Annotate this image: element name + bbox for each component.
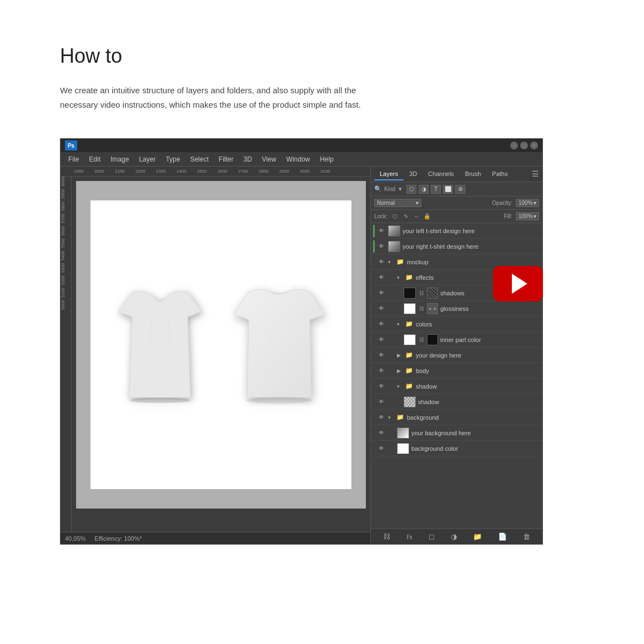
- panel-bottom-toolbar: ⛓ fx ◻ ◑ 📁 📄 🗑: [371, 529, 542, 544]
- eye-icon[interactable]: 👁: [377, 382, 386, 391]
- menu-filter[interactable]: Filter: [214, 154, 238, 164]
- page-description: We create an intuitive structure of laye…: [60, 83, 371, 112]
- ruler-tick: 2200: [135, 169, 156, 174]
- layer-name: your design here: [416, 352, 540, 359]
- folder-icon: 📁: [405, 273, 414, 282]
- layer-row[interactable]: 👁 ▾ 📁 background: [371, 410, 542, 425]
- layer-row[interactable]: 👁 ▾ 📁 colors: [371, 316, 542, 332]
- chevron-down-icon: ▾: [397, 321, 402, 327]
- layer-row[interactable]: 👁 ⛓ ▲▲ glossiness: [371, 301, 542, 316]
- ruler-vertical-text: 5000 5100 5200 5300 5400 5500 5600 5700 …: [61, 177, 66, 312]
- folder-icon: 📁: [405, 366, 414, 375]
- folder-icon: 📁: [405, 382, 414, 391]
- add-style-button[interactable]: fx: [404, 531, 415, 542]
- tab-paths[interactable]: Paths: [486, 168, 513, 180]
- layers-panel: Layers 3D Channels Brush Paths ☰ 🔍 Kind …: [370, 167, 542, 544]
- lock-artboard-icon[interactable]: ↔: [412, 212, 421, 221]
- eye-icon[interactable]: 👁: [377, 320, 386, 329]
- eye-icon[interactable]: 👁: [377, 413, 386, 422]
- eye-icon[interactable]: 👁: [377, 289, 386, 298]
- canvas: [76, 181, 366, 509]
- maximize-button[interactable]: □: [520, 142, 528, 149]
- menu-select[interactable]: Select: [185, 154, 213, 164]
- menu-type[interactable]: Type: [161, 154, 184, 164]
- blend-mode-row: Normal ▾ Opacity: 100% ▾: [371, 197, 542, 210]
- fill-dropdown[interactable]: 100% ▾: [516, 212, 539, 220]
- canvas-area[interactable]: [72, 177, 370, 532]
- tab-layers[interactable]: Layers: [374, 168, 404, 180]
- lock-position-icon[interactable]: ✎: [401, 212, 410, 221]
- tab-channels[interactable]: Channels: [422, 168, 459, 180]
- chevron-right-icon: ▶: [397, 353, 402, 358]
- eye-icon[interactable]: 👁: [377, 335, 386, 344]
- layer-row[interactable]: 👁 ▶ 📁 body: [371, 363, 542, 379]
- layer-mask-thumbnail: [427, 288, 438, 299]
- opacity-label: Opacity:: [492, 200, 512, 206]
- add-group-button[interactable]: 📁: [471, 531, 484, 542]
- layer-name: background color: [411, 445, 540, 452]
- ruler-numbers: 1900 2000 2100 2200 2300 2400 2500 2600 …: [72, 169, 341, 174]
- opacity-dropdown[interactable]: 100% ▾: [516, 199, 539, 207]
- eye-icon[interactable]: 👁: [377, 227, 386, 235]
- delete-layer-button[interactable]: 🗑: [521, 531, 532, 542]
- menu-image[interactable]: Image: [106, 154, 133, 164]
- eye-icon[interactable]: 👁: [377, 444, 386, 453]
- ruler-tick: 2400: [177, 169, 197, 174]
- layer-name: colors: [416, 321, 540, 328]
- tshirt-back: [229, 284, 329, 406]
- add-layer-button[interactable]: 📄: [496, 531, 509, 542]
- filter-smart-btn[interactable]: ⚙: [455, 185, 465, 194]
- canvas-white: [90, 200, 351, 489]
- eye-icon[interactable]: 👁: [377, 242, 386, 251]
- menu-file[interactable]: File: [64, 154, 83, 164]
- link-layers-button[interactable]: ⛓: [381, 531, 393, 542]
- minimize-button[interactable]: ─: [510, 142, 518, 149]
- layer-row[interactable]: 👁 your right t-shirt design here: [371, 239, 542, 254]
- eye-icon[interactable]: 👁: [377, 351, 386, 360]
- chain-icon: ⛓: [418, 290, 425, 296]
- lock-pixel-icon[interactable]: ⬡: [391, 212, 400, 221]
- filter-adjustment-btn[interactable]: ◑: [419, 185, 429, 194]
- chevron-down-icon: ▾: [397, 384, 402, 389]
- eye-icon[interactable]: 👁: [377, 429, 386, 437]
- filter-pixel-btn[interactable]: ⬡: [406, 185, 416, 194]
- tab-3d[interactable]: 3D: [404, 168, 422, 180]
- eye-icon[interactable]: 👁: [377, 273, 386, 282]
- ruler-tick: 2700: [238, 169, 259, 174]
- eye-icon[interactable]: 👁: [377, 304, 386, 313]
- eye-icon[interactable]: 👁: [377, 366, 386, 375]
- eye-icon[interactable]: 👁: [377, 398, 386, 406]
- filter-shape-btn[interactable]: ⬜: [443, 185, 453, 194]
- layer-name: your background here: [411, 430, 540, 436]
- layer-thumbnail: [388, 225, 400, 237]
- layer-row[interactable]: 👁 ⛓ inner part color: [371, 332, 542, 348]
- menu-window[interactable]: Window: [282, 154, 315, 164]
- folder-icon: 📁: [405, 320, 414, 329]
- menu-edit[interactable]: Edit: [84, 154, 105, 164]
- blend-mode-dropdown[interactable]: Normal ▾: [374, 199, 421, 207]
- lock-all-icon[interactable]: 🔒: [422, 212, 431, 221]
- panel-menu-icon[interactable]: ☰: [532, 169, 539, 179]
- layer-row[interactable]: 👁 your left t-shirt design here: [371, 223, 542, 239]
- layer-row[interactable]: 👁 ▾ 📁 shadow: [371, 379, 542, 394]
- eye-icon[interactable]: 👁: [377, 258, 386, 266]
- kind-label: Kind: [384, 186, 395, 192]
- status-bar: 40,05% Efficiency: 100%*: [61, 532, 370, 544]
- menu-3d[interactable]: 3D: [239, 154, 256, 164]
- svg-point-8: [246, 397, 313, 404]
- layer-row[interactable]: 👁 your background here: [371, 425, 542, 441]
- add-adjustment-button[interactable]: ◑: [449, 531, 459, 542]
- menu-help[interactable]: Help: [315, 154, 338, 164]
- filter-type-btn[interactable]: T: [431, 185, 441, 194]
- ruler-tick: 3000: [300, 169, 320, 174]
- layer-row[interactable]: 👁 background color: [371, 441, 542, 456]
- close-button[interactable]: ✕: [530, 142, 538, 149]
- menu-layer[interactable]: Layer: [134, 154, 160, 164]
- youtube-play-button[interactable]: [493, 266, 543, 301]
- menu-view[interactable]: View: [258, 154, 281, 164]
- layer-row[interactable]: 👁 shadow: [371, 394, 542, 410]
- tab-brush[interactable]: Brush: [460, 168, 487, 180]
- add-mask-button[interactable]: ◻: [426, 531, 437, 542]
- layer-row[interactable]: 👁 ▶ 📁 your design here: [371, 348, 542, 363]
- window-controls: ─ □ ✕: [510, 142, 538, 149]
